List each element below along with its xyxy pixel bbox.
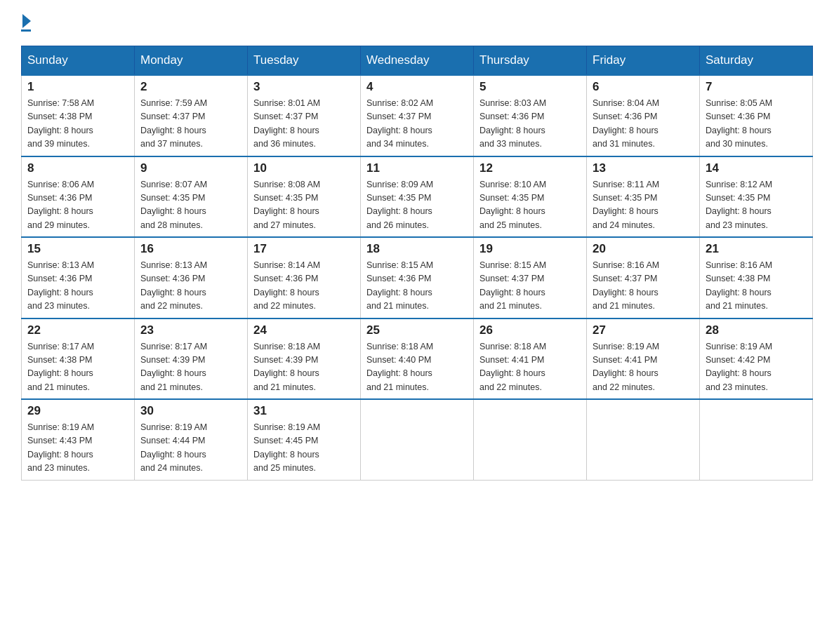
calendar-cell: 24 Sunrise: 8:18 AM Sunset: 4:39 PM Dayl…: [248, 318, 361, 400]
day-info: Sunrise: 8:17 AM Sunset: 4:38 PM Dayligh…: [27, 340, 128, 395]
day-info: Sunrise: 8:19 AM Sunset: 4:41 PM Dayligh…: [593, 340, 694, 395]
day-number: 22: [27, 323, 128, 337]
day-number: 23: [140, 323, 241, 337]
day-info: Sunrise: 8:19 AM Sunset: 4:43 PM Dayligh…: [27, 421, 128, 476]
calendar-cell: 31 Sunrise: 8:19 AM Sunset: 4:45 PM Dayl…: [248, 399, 361, 480]
calendar-cell: 12 Sunrise: 8:10 AM Sunset: 4:35 PM Dayl…: [474, 156, 587, 238]
calendar-cell: 21 Sunrise: 8:16 AM Sunset: 4:38 PM Dayl…: [700, 237, 813, 318]
calendar-cell: 8 Sunrise: 8:06 AM Sunset: 4:36 PM Dayli…: [22, 156, 135, 238]
weekday-header-monday: Monday: [135, 46, 248, 76]
day-number: 16: [140, 242, 241, 256]
week-row-2: 8 Sunrise: 8:06 AM Sunset: 4:36 PM Dayli…: [22, 156, 813, 238]
day-number: 19: [479, 242, 581, 256]
day-number: 18: [366, 242, 468, 256]
day-info: Sunrise: 8:06 AM Sunset: 4:36 PM Dayligh…: [27, 178, 128, 233]
day-info: Sunrise: 7:58 AM Sunset: 4:38 PM Dayligh…: [27, 97, 128, 152]
calendar-cell: 30 Sunrise: 8:19 AM Sunset: 4:44 PM Dayl…: [135, 399, 248, 480]
logo-underline: [21, 29, 31, 32]
day-number: 24: [253, 323, 355, 337]
day-info: Sunrise: 8:05 AM Sunset: 4:36 PM Dayligh…: [706, 97, 807, 152]
calendar-cell: 3 Sunrise: 8:01 AM Sunset: 4:37 PM Dayli…: [248, 75, 361, 156]
calendar-cell: 18 Sunrise: 8:15 AM Sunset: 4:36 PM Dayl…: [361, 237, 474, 318]
day-number: 11: [366, 161, 468, 175]
day-info: Sunrise: 8:16 AM Sunset: 4:37 PM Dayligh…: [593, 259, 694, 314]
day-info: Sunrise: 7:59 AM Sunset: 4:37 PM Dayligh…: [140, 97, 241, 152]
calendar-cell: 29 Sunrise: 8:19 AM Sunset: 4:43 PM Dayl…: [22, 399, 135, 480]
day-number: 29: [27, 404, 128, 418]
day-info: Sunrise: 8:19 AM Sunset: 4:45 PM Dayligh…: [253, 421, 355, 476]
logo-blue-part: [21, 14, 31, 28]
day-info: Sunrise: 8:13 AM Sunset: 4:36 PM Dayligh…: [140, 259, 241, 314]
weekday-header-saturday: Saturday: [700, 46, 813, 76]
calendar-table: SundayMondayTuesdayWednesdayThursdayFrid…: [21, 46, 813, 481]
day-number: 8: [27, 161, 128, 175]
calendar-cell: 23 Sunrise: 8:17 AM Sunset: 4:39 PM Dayl…: [135, 318, 248, 400]
day-number: 14: [706, 161, 807, 175]
calendar-cell: 6 Sunrise: 8:04 AM Sunset: 4:36 PM Dayli…: [587, 75, 700, 156]
day-info: Sunrise: 8:19 AM Sunset: 4:42 PM Dayligh…: [706, 340, 807, 395]
day-info: Sunrise: 8:07 AM Sunset: 4:35 PM Dayligh…: [140, 178, 241, 233]
day-number: 15: [27, 242, 128, 256]
weekday-header-thursday: Thursday: [474, 46, 587, 76]
day-info: Sunrise: 8:14 AM Sunset: 4:36 PM Dayligh…: [253, 259, 355, 314]
calendar-cell: 20 Sunrise: 8:16 AM Sunset: 4:37 PM Dayl…: [587, 237, 700, 318]
day-number: 4: [366, 80, 468, 94]
day-info: Sunrise: 8:16 AM Sunset: 4:38 PM Dayligh…: [706, 259, 807, 314]
day-info: Sunrise: 8:15 AM Sunset: 4:36 PM Dayligh…: [366, 259, 468, 314]
weekday-header-friday: Friday: [587, 46, 700, 76]
calendar-cell: 28 Sunrise: 8:19 AM Sunset: 4:42 PM Dayl…: [700, 318, 813, 400]
calendar-cell: 17 Sunrise: 8:14 AM Sunset: 4:36 PM Dayl…: [248, 237, 361, 318]
day-number: 1: [27, 80, 128, 94]
day-info: Sunrise: 8:11 AM Sunset: 4:35 PM Dayligh…: [593, 178, 694, 233]
day-info: Sunrise: 8:08 AM Sunset: 4:35 PM Dayligh…: [253, 178, 355, 233]
day-info: Sunrise: 8:15 AM Sunset: 4:37 PM Dayligh…: [479, 259, 581, 314]
day-info: Sunrise: 8:10 AM Sunset: 4:35 PM Dayligh…: [479, 178, 581, 233]
week-row-4: 22 Sunrise: 8:17 AM Sunset: 4:38 PM Dayl…: [22, 318, 813, 400]
calendar-cell: 11 Sunrise: 8:09 AM Sunset: 4:35 PM Dayl…: [361, 156, 474, 238]
day-info: Sunrise: 8:01 AM Sunset: 4:37 PM Dayligh…: [253, 97, 355, 152]
day-number: 3: [253, 80, 355, 94]
day-info: Sunrise: 8:19 AM Sunset: 4:44 PM Dayligh…: [140, 421, 241, 476]
day-number: 30: [140, 404, 241, 418]
calendar-cell: 13 Sunrise: 8:11 AM Sunset: 4:35 PM Dayl…: [587, 156, 700, 238]
logo: [21, 14, 31, 32]
day-number: 26: [479, 323, 581, 337]
weekday-header-wednesday: Wednesday: [361, 46, 474, 76]
weekday-header-sunday: Sunday: [22, 46, 135, 76]
day-number: 13: [593, 161, 694, 175]
weekday-header-tuesday: Tuesday: [248, 46, 361, 76]
day-number: 10: [253, 161, 355, 175]
calendar-cell: 4 Sunrise: 8:02 AM Sunset: 4:37 PM Dayli…: [361, 75, 474, 156]
calendar-cell: 9 Sunrise: 8:07 AM Sunset: 4:35 PM Dayli…: [135, 156, 248, 238]
day-number: 7: [706, 80, 807, 94]
day-info: Sunrise: 8:04 AM Sunset: 4:36 PM Dayligh…: [593, 97, 694, 152]
calendar-cell: [587, 399, 700, 480]
day-number: 21: [706, 242, 807, 256]
day-info: Sunrise: 8:18 AM Sunset: 4:41 PM Dayligh…: [479, 340, 581, 395]
day-number: 5: [479, 80, 581, 94]
calendar-cell: 26 Sunrise: 8:18 AM Sunset: 4:41 PM Dayl…: [474, 318, 587, 400]
calendar-cell: [700, 399, 813, 480]
weekday-header-row: SundayMondayTuesdayWednesdayThursdayFrid…: [22, 46, 813, 76]
calendar-cell: 19 Sunrise: 8:15 AM Sunset: 4:37 PM Dayl…: [474, 237, 587, 318]
day-number: 31: [253, 404, 355, 418]
page-header: [21, 14, 813, 32]
week-row-1: 1 Sunrise: 7:58 AM Sunset: 4:38 PM Dayli…: [22, 75, 813, 156]
day-info: Sunrise: 8:17 AM Sunset: 4:39 PM Dayligh…: [140, 340, 241, 395]
week-row-3: 15 Sunrise: 8:13 AM Sunset: 4:36 PM Dayl…: [22, 237, 813, 318]
calendar-cell: 25 Sunrise: 8:18 AM Sunset: 4:40 PM Dayl…: [361, 318, 474, 400]
calendar-cell: 14 Sunrise: 8:12 AM Sunset: 4:35 PM Dayl…: [700, 156, 813, 238]
calendar-cell: 7 Sunrise: 8:05 AM Sunset: 4:36 PM Dayli…: [700, 75, 813, 156]
calendar-cell: 5 Sunrise: 8:03 AM Sunset: 4:36 PM Dayli…: [474, 75, 587, 156]
day-number: 20: [593, 242, 694, 256]
day-number: 28: [706, 323, 807, 337]
day-info: Sunrise: 8:12 AM Sunset: 4:35 PM Dayligh…: [706, 178, 807, 233]
calendar-cell: [474, 399, 587, 480]
day-number: 25: [366, 323, 468, 337]
day-number: 27: [593, 323, 694, 337]
day-info: Sunrise: 8:09 AM Sunset: 4:35 PM Dayligh…: [366, 178, 468, 233]
day-info: Sunrise: 8:13 AM Sunset: 4:36 PM Dayligh…: [27, 259, 128, 314]
day-info: Sunrise: 8:18 AM Sunset: 4:40 PM Dayligh…: [366, 340, 468, 395]
day-number: 6: [593, 80, 694, 94]
week-row-5: 29 Sunrise: 8:19 AM Sunset: 4:43 PM Dayl…: [22, 399, 813, 480]
